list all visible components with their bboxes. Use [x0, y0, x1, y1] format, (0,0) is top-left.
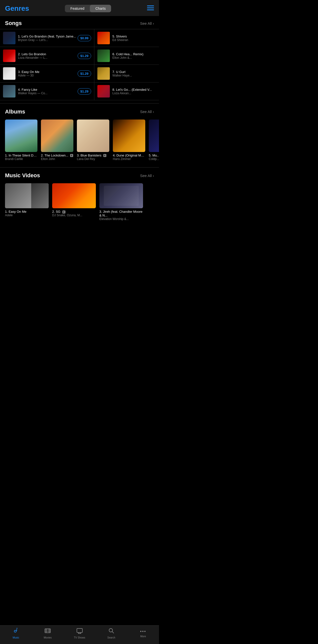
svg-rect-2	[147, 10, 154, 10]
svg-rect-1	[147, 8, 154, 8]
videos-scroll: 1. Easy On Me Adele 2. SG E DJ Snake, Oz…	[0, 181, 159, 224]
song-info: 3. Easy On Me Adele — 30	[18, 70, 76, 77]
song-subtitle: Walker Hayes — Co...	[18, 92, 76, 95]
song-thumbnail	[97, 67, 110, 80]
album-art	[5, 120, 37, 152]
video-artist: Adele	[5, 214, 49, 217]
video-thumbnail	[5, 183, 49, 208]
album-item[interactable]: 4. Dune (Original Mo... Hans Zimmer	[113, 120, 145, 161]
song-info: 7. U Gurl Walker Haye...	[112, 70, 156, 77]
song-info: 1. Let's Go Brandon (feat. Tyson Jame...…	[18, 34, 76, 42]
song-subtitle: Bryson Gray — Let's...	[18, 38, 76, 42]
song-title: 3. Easy On Me	[18, 70, 76, 74]
song-title: 8. Let's Go... (Extended V...	[112, 88, 156, 92]
song-title: 6. Cold Hea... Remix)	[112, 52, 156, 56]
explicit-badge: E	[103, 154, 106, 157]
album-name: 1. In These Silent Days	[5, 154, 37, 157]
song-thumbnail	[3, 32, 15, 44]
song-item[interactable]: 4. Fancy Like Walker Hayes — Co... $1.29	[0, 82, 94, 100]
video-item[interactable]: 1. Easy On Me Adele	[5, 183, 49, 221]
albums-see-all[interactable]: See All ›	[140, 110, 154, 114]
songs-section-header: Songs See All ›	[0, 20, 159, 29]
song-subtitle: Adele — 30	[18, 74, 76, 77]
explicit-badge: E	[70, 154, 73, 157]
albums-title: Albums	[5, 108, 25, 115]
albums-section-header: Albums See All ›	[0, 108, 159, 118]
songs-title: Songs	[5, 20, 22, 26]
album-art	[77, 120, 109, 152]
song-subtitle: Loza Alexan...	[112, 92, 156, 95]
song-subtitle: Loza Alexander — L...	[18, 56, 76, 60]
song-thumbnail	[3, 67, 15, 80]
albums-scroll: 1. In These Silent Days Brandi Carlile 2…	[0, 118, 159, 164]
album-item[interactable]: 3. Blue Banisters E Lana Del Rey	[77, 120, 109, 161]
list-icon[interactable]	[147, 6, 154, 12]
album-name: 4. Dune (Original Mo...	[113, 154, 145, 157]
video-item[interactable]: 3. Jireh (feat. Chandler Moore & N... El…	[99, 183, 143, 221]
divider	[0, 103, 159, 104]
song-item[interactable]: 7. U Gurl Walker Haye...	[94, 65, 159, 82]
song-info: 6. Cold Hea... Remix) Elton John &...	[112, 52, 156, 60]
songs-section: Songs See All › 1. Let's Go Brandon (fea…	[0, 16, 159, 102]
songs-see-all[interactable]: See All ›	[140, 21, 154, 26]
album-art	[113, 120, 145, 152]
explicit-badge: E	[62, 210, 65, 214]
song-thumbnail	[97, 85, 110, 98]
album-artist: Elton John	[41, 157, 73, 161]
song-item[interactable]: 6. Cold Hea... Remix) Elton John &...	[94, 47, 159, 65]
songs-grid: 1. Let's Go Brandon (feat. Tyson Jame...…	[0, 29, 159, 100]
featured-tab[interactable]: Featured	[65, 5, 90, 12]
video-title: 3. Jireh (feat. Chandler Moore & N...	[99, 210, 143, 217]
album-item[interactable]: 5. Mu... the Sp... Coldp...	[149, 120, 159, 161]
video-artist: Elevation Worship &...	[99, 217, 143, 221]
album-art	[149, 120, 159, 152]
song-item[interactable]: 1. Let's Go Brandon (feat. Tyson Jame...…	[0, 29, 94, 47]
albums-section: Albums See All › 1. In These Silent Days…	[0, 104, 159, 166]
music-videos-title: Music Videos	[5, 172, 40, 179]
song-item[interactable]: 3. Easy On Me Adele — 30 $1.29	[0, 65, 94, 82]
price-button[interactable]: $1.29	[78, 53, 91, 59]
album-art	[41, 120, 73, 152]
music-videos-see-all[interactable]: See All ›	[140, 174, 154, 178]
music-videos-section-header: Music Videos See All ›	[0, 172, 159, 181]
spacer	[0, 226, 159, 246]
song-thumbnail	[97, 50, 110, 62]
price-button[interactable]: $0.99	[78, 35, 91, 41]
song-info: 5. Shivers Ed Sheeran	[112, 34, 156, 42]
song-item[interactable]: 5. Shivers Ed Sheeran	[94, 29, 159, 47]
price-button[interactable]: $1.29	[78, 70, 91, 77]
song-thumbnail	[3, 50, 15, 62]
song-title: 5. Shivers	[112, 34, 156, 38]
song-title: 2. Lets Go Brandon	[18, 52, 76, 56]
song-subtitle: Elton John &...	[112, 56, 156, 60]
song-info: 2. Lets Go Brandon Loza Alexander — L...	[18, 52, 76, 60]
song-thumbnail	[97, 32, 110, 44]
song-item[interactable]: 8. Let's Go... (Extended V... Loza Alexa…	[94, 82, 159, 100]
music-videos-section: Music Videos See All › 1. Easy On Me Ade…	[0, 168, 159, 226]
song-title: 7. U Gurl	[112, 70, 156, 74]
page-title: Genres	[5, 4, 29, 12]
album-artist: Hans Zimmer	[113, 157, 145, 161]
song-title: 4. Fancy Like	[18, 88, 76, 92]
video-item[interactable]: 2. SG E DJ Snake, Ozuna, M...	[52, 183, 96, 221]
svg-rect-0	[147, 6, 154, 6]
song-title: 1. Let's Go Brandon (feat. Tyson Jame...	[18, 34, 76, 38]
album-item[interactable]: 1. In These Silent Days Brandi Carlile	[5, 120, 37, 161]
segmented-control: Featured Charts	[65, 5, 111, 12]
video-thumbnail	[52, 183, 96, 208]
song-subtitle: Ed Sheeran	[112, 38, 156, 42]
price-button[interactable]: $1.29	[78, 88, 91, 94]
charts-tab[interactable]: Charts	[90, 5, 111, 12]
song-info: 4. Fancy Like Walker Hayes — Co...	[18, 88, 76, 95]
video-title: 2. SG E	[52, 210, 96, 214]
song-subtitle: Walker Haye...	[112, 74, 156, 77]
album-name: 2. The Lockdown... E	[41, 154, 73, 157]
album-name: 3. Blue Banisters E	[77, 154, 109, 157]
song-info: 8. Let's Go... (Extended V... Loza Alexa…	[112, 88, 156, 95]
divider	[0, 167, 159, 168]
album-artist: Lana Del Rey	[77, 157, 109, 161]
song-thumbnail	[3, 85, 15, 98]
header: Genres Featured Charts	[0, 0, 159, 16]
album-item[interactable]: 2. The Lockdown... E Elton John	[41, 120, 73, 161]
song-item[interactable]: 2. Lets Go Brandon Loza Alexander — L...…	[0, 47, 94, 65]
